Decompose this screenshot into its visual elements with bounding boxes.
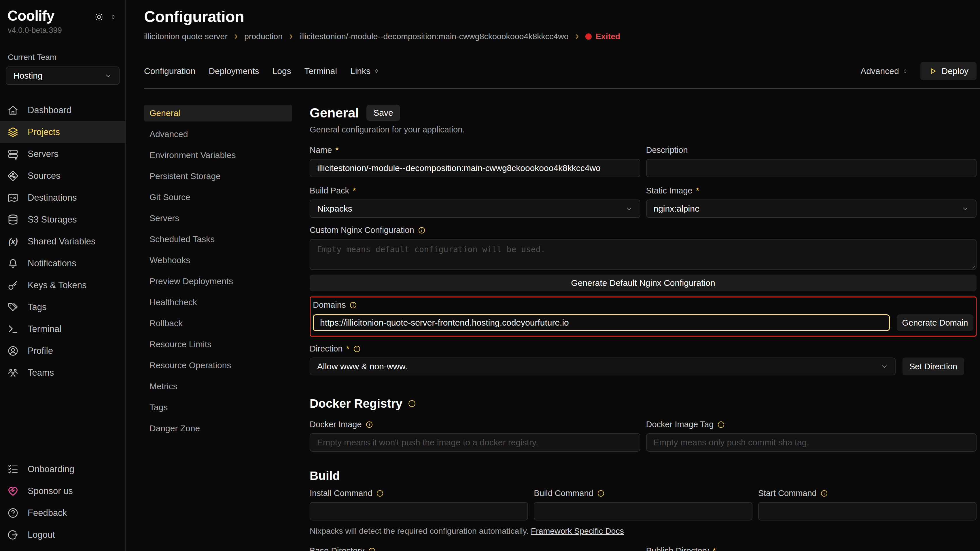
sidebar-item-tags[interactable]: Tags (0, 296, 125, 318)
subnav-item-general[interactable]: General (144, 105, 292, 121)
chevron-right-icon (233, 33, 239, 40)
sidebar-item-label: Shared Variables (28, 237, 95, 247)
section-title-docker-registry: Docker Registry (310, 397, 402, 411)
tab-links[interactable]: Links (350, 66, 380, 76)
subnav-item-webhooks[interactable]: Webhooks (144, 252, 292, 268)
subnav-item-advanced[interactable]: Advanced (144, 126, 292, 143)
map-icon (7, 192, 19, 204)
subnav-item-resource-limits[interactable]: Resource Limits (144, 336, 292, 353)
subnav-item-rollback[interactable]: Rollback (144, 315, 292, 332)
home-icon (7, 104, 19, 116)
sidebar-item-projects[interactable]: Projects (0, 121, 125, 143)
custom-nginx-textarea[interactable]: Empty means default configuration will b… (310, 239, 977, 270)
start-command-input[interactable] (758, 502, 977, 521)
info-icon[interactable] (376, 489, 384, 497)
current-team-label: Current Team (0, 53, 125, 62)
sidebar-item-teams[interactable]: Teams (0, 362, 125, 384)
variables-icon: (x) (7, 235, 19, 248)
domains-input[interactable]: https://illicitonion-quote-server-fronte… (313, 314, 890, 331)
terminal-icon (7, 323, 19, 335)
info-icon[interactable] (368, 547, 376, 551)
breadcrumb-environment[interactable]: production (244, 32, 283, 41)
name-input[interactable]: illicitestonion/-module--decomposition:m… (310, 159, 640, 177)
install-command-input[interactable] (310, 502, 528, 521)
generate-nginx-button[interactable]: Generate Default Nginx Configuration (310, 275, 977, 291)
subnav-item-resource-operations[interactable]: Resource Operations (144, 357, 292, 374)
tab-terminal[interactable]: Terminal (304, 66, 337, 76)
tabs-divider (144, 88, 980, 89)
layers-icon (7, 126, 19, 138)
sidebar-item-sources[interactable]: Sources (0, 165, 125, 187)
static-image-select[interactable]: nginx:alpine (646, 200, 977, 218)
sidebar-item-destinations[interactable]: Destinations (0, 187, 125, 209)
subnav-item-preview-deployments[interactable]: Preview Deployments (144, 273, 292, 290)
sidebar-item-shared-variables[interactable]: (x) Shared Variables (0, 230, 125, 252)
sidebar-item-label: S3 Storages (28, 214, 77, 225)
info-icon[interactable] (418, 226, 426, 234)
theme-switcher-chevrons-icon[interactable] (110, 14, 117, 21)
info-icon[interactable] (353, 345, 361, 353)
chevron-down-icon (625, 205, 633, 213)
framework-docs-link[interactable]: Framework Specific Docs (531, 526, 624, 535)
direction-select[interactable]: Allow www & non-www. (310, 357, 896, 375)
direction-label: Direction (310, 344, 342, 354)
info-icon[interactable] (365, 421, 373, 429)
start-command-label: Start Command (758, 489, 817, 498)
deploy-button[interactable]: Deploy (920, 62, 977, 80)
subnav-item-servers[interactable]: Servers (144, 210, 292, 227)
breadcrumb: illicitonion quote server production ill… (144, 32, 977, 41)
sidebar-item-label: Keys & Tokens (28, 280, 86, 291)
name-label: Name (310, 145, 332, 155)
sidebar-item-sponsor-us[interactable]: Sponsor us (0, 480, 125, 502)
tabs: Configuration Deployments Logs Terminal … (144, 66, 380, 76)
build-pack-select[interactable]: Nixpacks (310, 200, 640, 218)
sidebar-item-feedback[interactable]: Feedback (0, 502, 125, 524)
sidebar-item-profile[interactable]: Profile (0, 340, 125, 362)
sidebar-item-logout[interactable]: Logout (0, 524, 125, 546)
save-button[interactable]: Save (366, 105, 400, 121)
sidebar-item-dashboard[interactable]: Dashboard (0, 99, 125, 121)
sidebar-item-notifications[interactable]: Notifications (0, 252, 125, 274)
chevron-down-icon (962, 205, 969, 213)
description-input[interactable] (646, 159, 977, 177)
subnav-item-environment-variables[interactable]: Environment Variables (144, 147, 292, 164)
team-select[interactable]: Hosting (6, 67, 119, 85)
chevron-down-icon (105, 72, 112, 79)
advanced-dropdown[interactable]: Advanced (861, 66, 908, 76)
theme-sun-icon[interactable] (94, 12, 104, 22)
docker-image-tag-input[interactable]: Empty means only push commit sha tag. (646, 433, 977, 452)
tab-logs[interactable]: Logs (272, 66, 291, 76)
sidebar-item-terminal[interactable]: Terminal (0, 318, 125, 340)
sidebar-item-label: Onboarding (28, 464, 74, 475)
generate-domain-button[interactable]: Generate Domain (897, 314, 974, 331)
info-icon[interactable] (407, 399, 416, 408)
subnav-item-git-source[interactable]: Git Source (144, 189, 292, 206)
checklist-icon (7, 463, 19, 475)
sidebar-item-label: Sources (28, 171, 60, 181)
breadcrumb-application[interactable]: illicitestonion/-module--decomposition:m… (299, 32, 569, 41)
info-icon[interactable] (820, 489, 828, 497)
docker-image-input[interactable]: Empty means it won't push the image to a… (310, 433, 640, 452)
set-direction-button[interactable]: Set Direction (902, 357, 964, 375)
sidebar-item-onboarding[interactable]: Onboarding (0, 458, 125, 480)
subnav-item-metrics[interactable]: Metrics (144, 378, 292, 395)
build-command-input[interactable] (534, 502, 752, 521)
subnav-item-tags[interactable]: Tags (144, 399, 292, 416)
sidebar-item-label: Feedback (28, 508, 67, 518)
breadcrumb-project[interactable]: illicitonion quote server (144, 32, 228, 41)
subnav-item-danger-zone[interactable]: Danger Zone (144, 420, 292, 437)
chevron-up-down-icon (373, 68, 380, 74)
tab-deployments[interactable]: Deployments (208, 66, 259, 76)
info-icon[interactable] (717, 421, 725, 429)
tab-configuration[interactable]: Configuration (144, 66, 195, 76)
subnav-item-scheduled-tasks[interactable]: Scheduled Tasks (144, 231, 292, 248)
sidebar-item-keys-tokens[interactable]: Keys & Tokens (0, 274, 125, 296)
resize-handle[interactable] (970, 264, 975, 268)
subnav-item-persistent-storage[interactable]: Persistent Storage (144, 168, 292, 184)
info-icon[interactable] (597, 489, 605, 497)
sidebar-item-servers[interactable]: Servers (0, 143, 125, 165)
sidebar-item-s3-storages[interactable]: S3 Storages (0, 209, 125, 230)
subnav-item-healthcheck[interactable]: Healthcheck (144, 294, 292, 311)
sidebar: Coolify v4.0.0-beta.399 Current Team Hos… (0, 0, 126, 551)
info-icon[interactable] (349, 301, 357, 309)
